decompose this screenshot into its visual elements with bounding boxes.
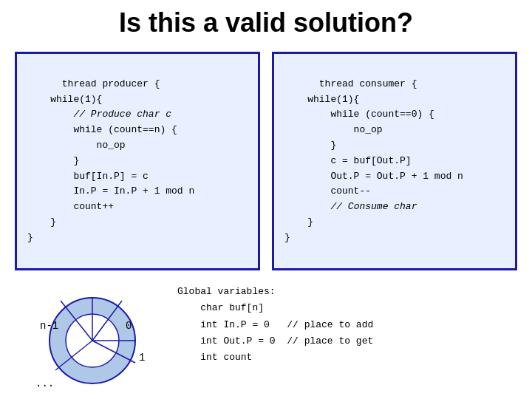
consumer-code-box: thread consumer { while(1){ while (count… bbox=[272, 52, 517, 270]
ring-diagram: n-1 0 1 ... bbox=[15, 281, 170, 395]
bottom-row: n-1 0 1 ... Global variables: char buf[n… bbox=[15, 281, 517, 395]
code-row: thread producer { while(1){ // Produce c… bbox=[15, 52, 517, 270]
producer-line-1: thread producer { while(1){ // Produce c… bbox=[27, 78, 194, 243]
producer-code-box: thread producer { while(1){ // Produce c… bbox=[15, 52, 260, 270]
producer-comment: // Produce char c bbox=[73, 109, 171, 120]
ring-label-n1: n-1 bbox=[40, 320, 58, 332]
ring-label-1: 1 bbox=[139, 352, 145, 364]
page-title: Is this a valid solution? bbox=[15, 7, 517, 38]
global-vars: Global variables: char buf[n] int In.P =… bbox=[177, 281, 517, 365]
ring-label-0: 0 bbox=[126, 320, 132, 332]
consumer-comment: // Consume char bbox=[330, 201, 417, 212]
ring-svg: n-1 0 1 ... bbox=[30, 283, 155, 394]
page: Is this a valid solution? thread produce… bbox=[0, 0, 532, 399]
ring-label-dots: ... bbox=[35, 378, 54, 389]
consumer-line-1: thread consumer { while(1){ while (count… bbox=[284, 78, 463, 243]
